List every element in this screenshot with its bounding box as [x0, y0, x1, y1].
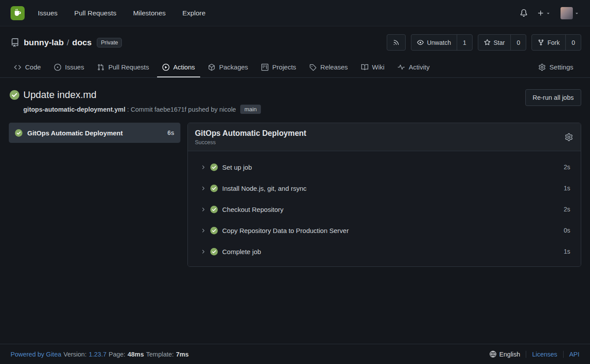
tab-wiki[interactable]: Wiki — [356, 57, 390, 77]
job-list-item[interactable]: GitOps Automatic Deployment 6s — [9, 123, 180, 143]
stars-count[interactable]: 0 — [510, 35, 526, 50]
tab-label: Settings — [550, 63, 573, 71]
chevron-down-icon — [574, 11, 579, 16]
fork-button[interactable]: Fork — [532, 35, 565, 50]
star-label: Star — [494, 39, 505, 46]
rss-button[interactable] — [387, 34, 406, 51]
watchers-count[interactable]: 1 — [457, 35, 472, 50]
pushed-by-text: pushed by — [188, 106, 218, 113]
star-icon — [484, 39, 491, 46]
tag-icon — [309, 64, 316, 71]
step-duration: 1s — [564, 248, 570, 255]
user-menu-button[interactable] — [561, 7, 579, 19]
nav-links: Issues Pull Requests Milestones Explore — [38, 9, 205, 17]
tab-actions[interactable]: Actions — [157, 57, 200, 77]
nav-item-pull-requests[interactable]: Pull Requests — [74, 9, 117, 17]
actor-link[interactable]: nicole — [220, 106, 236, 113]
version-link[interactable]: 1.23.7 — [89, 351, 106, 358]
tab-code[interactable]: Code — [9, 57, 46, 77]
notifications-button[interactable] — [520, 9, 528, 17]
tab-label: Wiki — [372, 63, 385, 71]
commit-sha-link[interactable]: faebe1671f — [154, 106, 187, 113]
repo-title: bunny-lab / docs — [24, 38, 92, 47]
globe-icon — [490, 351, 496, 357]
step-name: Checkout Repository — [222, 206, 283, 213]
step-row[interactable]: Complete job 1s — [188, 241, 581, 262]
tab-releases[interactable]: Releases — [304, 57, 353, 77]
success-check-icon — [210, 227, 218, 234]
watch-button-group: Unwatch 1 — [411, 34, 472, 51]
play-circle-icon — [162, 64, 169, 71]
tab-issues[interactable]: Issues — [49, 57, 89, 77]
job-detail-title-block: GitOps Automatic Deployment Success — [195, 129, 306, 146]
language-label: English — [499, 351, 520, 358]
run-subtitle: gitops-automatic-deployment.yml: Commit … — [23, 105, 525, 114]
book-icon — [361, 64, 368, 71]
api-link[interactable]: API — [563, 351, 579, 358]
step-row[interactable]: Checkout Repository 2s — [188, 199, 581, 220]
branch-badge[interactable]: main — [240, 105, 260, 114]
gear-icon — [539, 64, 546, 71]
repo-tabs: Code Issues Pull Requests Actions Packag… — [0, 57, 590, 78]
pull-request-icon — [97, 64, 104, 71]
chevron-right-icon — [200, 249, 206, 255]
job-detail-card: GitOps Automatic Deployment Success Set … — [187, 123, 581, 267]
private-badge: Private — [97, 38, 122, 47]
fork-icon — [538, 39, 544, 46]
tab-label: Packages — [219, 63, 248, 71]
tab-activity[interactable]: Activity — [392, 57, 435, 77]
step-row[interactable]: Set up job 2s — [188, 157, 581, 178]
step-row[interactable]: Install Node.js, git, and rsync 1s — [188, 178, 581, 199]
tab-label: Issues — [65, 63, 84, 71]
issue-icon — [54, 64, 61, 71]
create-new-button[interactable] — [537, 10, 551, 17]
project-icon — [261, 64, 268, 71]
tab-packages[interactable]: Packages — [203, 57, 253, 77]
step-duration: 1s — [564, 185, 570, 192]
licenses-link[interactable]: Licenses — [526, 351, 563, 358]
fork-label: Fork — [547, 39, 560, 46]
nav-item-issues[interactable]: Issues — [38, 9, 58, 17]
step-duration: 2s — [564, 206, 570, 213]
success-check-icon — [210, 164, 218, 171]
success-check-icon — [10, 90, 19, 100]
eye-icon — [417, 39, 424, 46]
workflow-file-link[interactable]: gitops-automatic-deployment.yml — [23, 106, 125, 113]
run-header: Update index.md gitops-automatic-deploym… — [0, 78, 590, 114]
step-name: Complete job — [222, 248, 261, 255]
nav-item-explore[interactable]: Explore — [183, 9, 206, 17]
tab-settings[interactable]: Settings — [533, 57, 579, 77]
repo-name-link[interactable]: docs — [72, 38, 92, 47]
tab-pull-requests[interactable]: Pull Requests — [92, 57, 154, 77]
package-icon — [208, 64, 215, 71]
step-duration: 0s — [564, 227, 570, 234]
powered-by-link[interactable]: Powered by Gitea — [11, 351, 61, 358]
language-selector[interactable]: English — [484, 351, 526, 358]
run-title: Update index.md — [23, 89, 96, 101]
job-detail-status: Success — [195, 139, 306, 146]
footer-right: English Licenses API — [484, 351, 579, 358]
chevron-right-icon — [200, 207, 206, 212]
gitea-logo[interactable] — [11, 6, 25, 20]
repo-owner-link[interactable]: bunny-lab — [24, 38, 64, 47]
step-row[interactable]: Copy Repository Data to Production Serve… — [188, 220, 581, 241]
job-detail-header: GitOps Automatic Deployment Success — [188, 123, 581, 151]
nav-item-milestones[interactable]: Milestones — [133, 9, 165, 17]
gitea-cup-icon — [13, 8, 22, 18]
tab-projects[interactable]: Projects — [256, 57, 301, 77]
fork-button-group: Fork 0 — [531, 34, 581, 51]
run-body: GitOps Automatic Deployment 6s GitOps Au… — [0, 114, 590, 267]
job-duration: 6s — [167, 129, 174, 136]
job-options-button[interactable] — [565, 133, 573, 141]
unwatch-button[interactable]: Unwatch — [411, 35, 456, 50]
gear-icon — [565, 133, 573, 141]
chevron-right-icon — [200, 186, 206, 191]
jobs-sidebar: GitOps Automatic Deployment 6s — [9, 123, 180, 143]
user-avatar — [561, 7, 573, 19]
forks-count[interactable]: 0 — [565, 35, 581, 50]
success-check-icon — [210, 185, 218, 192]
star-button[interactable]: Star — [478, 35, 511, 50]
rss-icon — [393, 39, 399, 46]
run-title-block: Update index.md gitops-automatic-deploym… — [10, 89, 525, 114]
rerun-all-jobs-button[interactable]: Re-run all jobs — [525, 89, 582, 106]
